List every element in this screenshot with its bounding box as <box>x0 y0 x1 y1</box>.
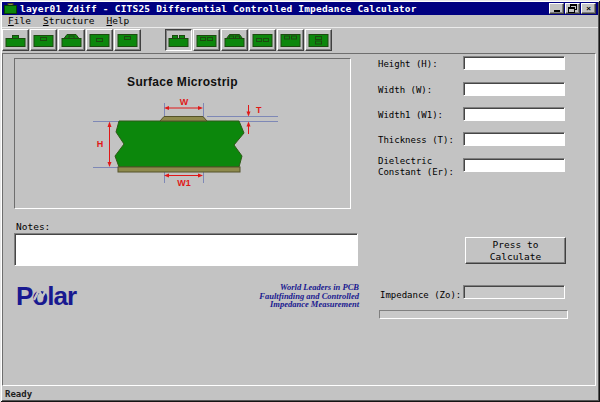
stripline-icon <box>89 33 110 48</box>
height-input[interactable] <box>463 56 565 70</box>
calculate-button[interactable]: Press to Calculate <box>465 237 566 264</box>
notes-label: Notes: <box>16 221 50 232</box>
restore-button[interactable] <box>565 3 580 14</box>
toolbar-button-broadside-coupled-stripline[interactable] <box>305 29 332 51</box>
brand-tagline: World Leaders in PCB Faultfinding and Co… <box>240 283 359 309</box>
toolbar-button-diff-offset-stripline[interactable] <box>277 29 304 51</box>
polar-logo: Polar <box>16 284 96 314</box>
toolbar-button-coated-microstrip[interactable] <box>58 29 85 51</box>
dielectric-constant-input[interactable] <box>463 158 565 172</box>
width1-input[interactable] <box>463 107 565 121</box>
dim-label-w1: W1 <box>177 178 191 188</box>
toolbar-button-diff-embedded-microstrip[interactable] <box>193 29 220 51</box>
thickness-input[interactable] <box>463 132 565 146</box>
diff-stripline-icon <box>252 33 273 48</box>
dim-label-h: H <box>97 139 104 149</box>
diff-surface-microstrip-icon <box>168 33 189 48</box>
width1-label: Width1 (W1): <box>378 110 443 121</box>
dim-label-w: W <box>180 97 189 107</box>
notes-input[interactable] <box>14 233 358 266</box>
progress-bar <box>379 310 568 319</box>
toolbar-button-embedded-microstrip[interactable] <box>30 29 57 51</box>
titlebar[interactable]: layer01 Zdiff - CITS25 Differential Cont… <box>2 2 598 15</box>
embedded-microstrip-icon <box>33 33 54 48</box>
width-label: Width (W): <box>378 85 432 96</box>
copper-trace <box>160 117 207 122</box>
app-icon <box>4 3 17 14</box>
status-text: Ready <box>5 389 32 399</box>
diagram-title: Surface Microstrip <box>15 75 350 89</box>
close-button[interactable]: × <box>581 3 596 14</box>
coated-microstrip-icon <box>61 33 82 48</box>
menu-file[interactable]: File <box>8 15 31 27</box>
width-input[interactable] <box>463 82 565 96</box>
toolbar-button-diff-surface-microstrip[interactable] <box>165 29 192 51</box>
menu-help[interactable]: Help <box>106 15 129 27</box>
dim-label-t: T <box>256 105 262 115</box>
menubar: File Structure Help <box>2 15 598 27</box>
thickness-label: Thickness (T): <box>378 135 454 146</box>
toolbar-button-stripline[interactable] <box>86 29 113 51</box>
toolbar-group-differential <box>165 29 332 51</box>
impedance-label: Impedance (Zo): <box>380 290 461 300</box>
dielectric-label-line1: Dielectric <box>378 156 454 167</box>
toolbar-button-surface-microstrip[interactable] <box>2 29 29 51</box>
height-label: Height (H): <box>378 59 438 70</box>
minimize-icon <box>554 10 560 12</box>
offset-stripline-icon <box>117 33 138 48</box>
diff-coated-microstrip-icon <box>224 33 245 48</box>
toolbar-button-diff-coated-microstrip[interactable] <box>221 29 248 51</box>
diff-embedded-microstrip-icon <box>196 33 217 48</box>
surface-microstrip-icon <box>5 33 26 48</box>
client-area: W T H W1 Surface Microstrip Height (H): … <box>2 53 596 386</box>
toolbar-button-offset-stripline[interactable] <box>114 29 141 51</box>
window-title: layer01 Zdiff - CITS25 Differential Cont… <box>20 3 417 14</box>
toolbar-group-single-ended <box>2 29 141 51</box>
window-controls: × <box>549 3 596 14</box>
ground-plane <box>118 167 240 172</box>
dielectric-constant-label: Dielectric Constant (Er): <box>378 156 454 178</box>
menu-structure[interactable]: Structure <box>43 15 95 27</box>
toolbar <box>2 27 598 53</box>
statusbar: Ready <box>2 387 598 400</box>
impedance-result-field <box>463 285 565 299</box>
diff-offset-stripline-icon <box>280 33 301 48</box>
tagline-line3: Impedance Measurement <box>240 300 359 309</box>
structure-diagram-panel: W T H W1 Surface Microstrip <box>14 58 351 209</box>
pcb-substrate <box>115 121 244 167</box>
minimize-button[interactable] <box>549 3 564 14</box>
calculate-button-line1: Press to <box>472 239 559 251</box>
toolbar-button-diff-stripline[interactable] <box>249 29 276 51</box>
dielectric-label-line2: Constant (Er): <box>378 167 454 178</box>
restore-icon <box>568 4 577 13</box>
calculate-button-line2: Calculate <box>472 251 559 263</box>
polar-logo-text: Polar <box>16 284 77 310</box>
app-window: layer01 Zdiff - CITS25 Differential Cont… <box>0 0 600 402</box>
broadside-coupled-stripline-icon <box>308 33 329 48</box>
